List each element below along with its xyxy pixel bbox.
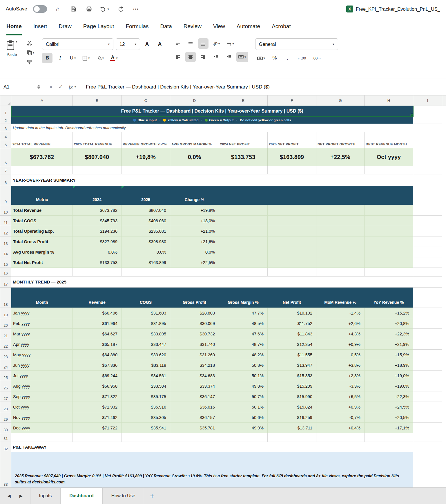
kpi-label-2024-net-profit[interactable]: 2024 NET PROFIT: [219, 140, 268, 148]
row-header-7[interactable]: 7: [0, 166, 11, 174]
decrease-decimal-button[interactable]: .00→: [310, 53, 323, 63]
ribbon-tab-page-layout[interactable]: Page Layout: [83, 18, 114, 35]
row-header-29[interactable]: 29: [0, 412, 11, 423]
row-header-28[interactable]: 28: [0, 402, 11, 412]
cell-F22[interactable]: $12.354: [268, 339, 316, 350]
cell-G29[interactable]: -0,7%: [316, 412, 365, 423]
cell-F16[interactable]: [268, 268, 316, 277]
cell-I29[interactable]: [413, 412, 442, 423]
cell-B7[interactable]: [73, 166, 122, 174]
paste-button[interactable]: ▾: [5, 38, 19, 51]
ribbon-tab-acrobat[interactable]: Acrobat: [272, 18, 291, 35]
cell-G20[interactable]: +2,6%: [316, 318, 365, 329]
cell-I22[interactable]: [413, 339, 442, 350]
cell-C30[interactable]: $35.941: [122, 423, 170, 433]
cell-H14[interactable]: [365, 247, 413, 257]
print-button[interactable]: [84, 4, 94, 14]
wrap-text-button[interactable]: ▾: [224, 38, 236, 49]
italic-button[interactable]: I: [55, 53, 65, 63]
cell-D19[interactable]: $28.803: [170, 308, 219, 318]
cell-I2[interactable]: [413, 116, 442, 124]
cell-B18-header[interactable]: Revenue: [73, 288, 122, 308]
cell-D31[interactable]: [170, 433, 219, 442]
cell-A11[interactable]: Total COGS: [11, 216, 73, 226]
cell-F20[interactable]: $11.752: [268, 318, 316, 329]
cell-F9-header[interactable]: [268, 186, 316, 205]
cell-C20[interactable]: $31.895: [122, 318, 170, 329]
underline-button[interactable]: U▾: [68, 53, 78, 63]
cell-A24[interactable]: Jun yyyy: [11, 360, 73, 371]
cell-F31[interactable]: [268, 433, 316, 442]
cell-A29[interactable]: Nov yyyy: [11, 412, 73, 423]
cell-G26[interactable]: -3,3%: [316, 381, 365, 391]
column-header-F[interactable]: F: [268, 95, 316, 106]
cell-C26[interactable]: $33.584: [122, 381, 170, 391]
cell-C7[interactable]: [122, 166, 170, 174]
row-header-14[interactable]: 14: [0, 247, 11, 257]
cell-E18-header[interactable]: Gross Margin %: [219, 288, 268, 308]
cell-C18-header[interactable]: COGS: [122, 288, 170, 308]
cell-I16[interactable]: [413, 268, 442, 277]
cell-C11[interactable]: $408.060: [122, 216, 170, 226]
more-commands-button[interactable]: •••: [131, 4, 141, 14]
cell-I33[interactable]: [413, 452, 442, 488]
cell-E10[interactable]: [219, 205, 268, 216]
cell-E21[interactable]: 47,6%: [219, 329, 268, 339]
cell-H9-header[interactable]: [365, 186, 413, 205]
cell-G11[interactable]: [316, 216, 365, 226]
orientation-button[interactable]: ab ▾: [211, 38, 222, 49]
cell-G30[interactable]: +0,4%: [316, 423, 365, 433]
align-right-button[interactable]: [198, 52, 209, 62]
cell-D29[interactable]: $36.157: [170, 412, 219, 423]
cell-I28[interactable]: [413, 402, 442, 412]
row-header-30[interactable]: 30: [0, 423, 11, 433]
cell-G27[interactable]: +6,5%: [316, 391, 365, 402]
cell-A2-legend[interactable]: Blue = Input·Yellow = Calculated·Green =…: [11, 116, 413, 124]
cell-F23[interactable]: $11.555: [268, 350, 316, 360]
undo-button[interactable]: ▾: [100, 4, 110, 14]
cell-H27[interactable]: +22,3%: [365, 391, 413, 402]
cell-I15[interactable]: [413, 257, 442, 268]
cell-I30[interactable]: [413, 423, 442, 433]
cell-A33-takeaway[interactable]: 2025 Revenue: $807,040 | Gross Margin: 0…: [11, 452, 413, 488]
row-header-25[interactable]: 25: [0, 371, 11, 381]
cell-H26[interactable]: +19,0%: [365, 381, 413, 391]
row-header-5[interactable]: 5: [0, 140, 11, 148]
cell-E15[interactable]: [219, 257, 268, 268]
cell-G12[interactable]: [316, 226, 365, 236]
sheet-tab-dashboard[interactable]: Dashboard: [61, 488, 103, 504]
cell-C24[interactable]: $33.118: [122, 360, 170, 371]
cell-D13[interactable]: +21,6%: [170, 236, 219, 247]
formula-input[interactable]: Free P&L Tracker — Dashboard | Decision …: [81, 79, 274, 95]
cell-G14[interactable]: [316, 247, 365, 257]
row-header-21[interactable]: 21: [0, 329, 11, 339]
ribbon-tab-view[interactable]: View: [213, 18, 225, 35]
cell-E12[interactable]: [219, 226, 268, 236]
comma-style-button[interactable]: ,: [282, 53, 293, 63]
cell-A12[interactable]: Total Operating Exp.: [11, 226, 73, 236]
bold-button[interactable]: B: [42, 53, 52, 63]
cell-C31[interactable]: [122, 433, 170, 442]
cell-C15[interactable]: $163.899: [122, 257, 170, 268]
cell-A20[interactable]: Feb yyyy: [11, 318, 73, 329]
cell-D30[interactable]: $35.781: [170, 423, 219, 433]
row-header-11[interactable]: 11: [0, 216, 11, 226]
column-header-D[interactable]: D: [170, 95, 219, 106]
cell-E25[interactable]: 50,1%: [219, 371, 268, 381]
insert-function-button[interactable]: fx▾: [69, 84, 76, 90]
cell-I26[interactable]: [413, 381, 442, 391]
cell-B21[interactable]: $64.627: [73, 329, 122, 339]
cell-F11[interactable]: [268, 216, 316, 226]
increase-font-size-button[interactable]: Aˆ: [142, 39, 153, 49]
cell-C12[interactable]: $235.081: [122, 226, 170, 236]
cell-H10[interactable]: [365, 205, 413, 216]
sheet-nav-left-button[interactable]: ◀: [8, 494, 11, 498]
font-name-select[interactable]: Calibri ▾: [42, 38, 113, 50]
align-bottom-button[interactable]: [198, 38, 209, 49]
cell-G16[interactable]: [316, 268, 365, 277]
cell-H25[interactable]: +19,0%: [365, 371, 413, 381]
cell-B29[interactable]: $71.462: [73, 412, 122, 423]
cell-D4[interactable]: [170, 132, 219, 140]
cell-H30[interactable]: +17,1%: [365, 423, 413, 433]
cell-I3[interactable]: [413, 124, 442, 132]
